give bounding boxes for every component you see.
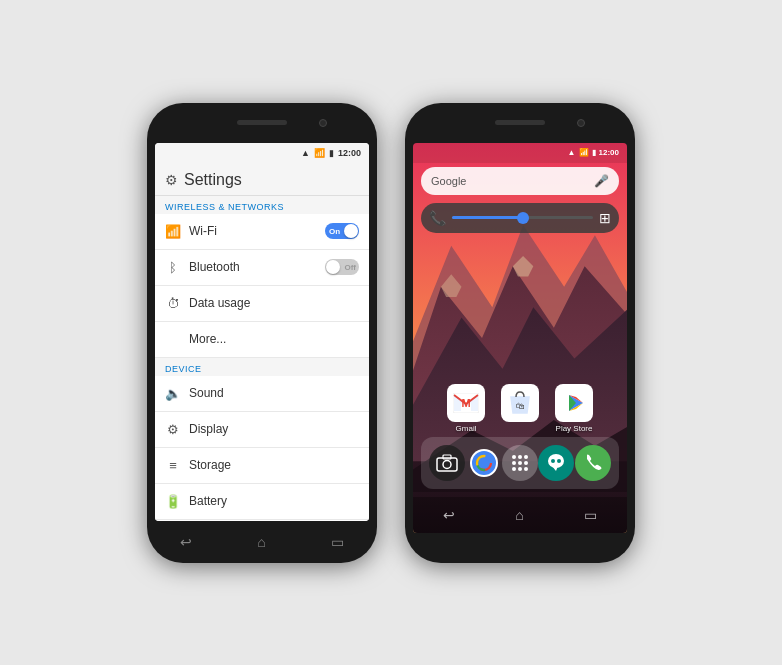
dock-phone[interactable] xyxy=(575,445,611,481)
nav-bar-right: ↩ ⌂ ▭ xyxy=(413,497,627,533)
app-row-top: M Gmail 🛍 xyxy=(413,380,627,437)
wifi-toggle-knob xyxy=(344,224,358,238)
dock xyxy=(421,437,619,489)
app-icons-area: M Gmail 🛍 xyxy=(413,237,627,497)
svg-point-38 xyxy=(557,459,561,463)
settings-item-battery[interactable]: 🔋 Battery xyxy=(155,484,369,520)
svg-point-37 xyxy=(551,459,555,463)
wifi-icon-right: 📶 xyxy=(579,148,589,157)
home-screen: ▲ 📶 ▮ 12:00 Google 🎤 📞 ⊞ xyxy=(413,143,627,533)
sound-icon: 🔈 xyxy=(165,386,181,401)
recents-btn-left[interactable]: ▭ xyxy=(331,534,344,550)
phone-top-right xyxy=(405,103,635,143)
volume-fill xyxy=(452,216,523,219)
bluetooth-toggle[interactable]: Off xyxy=(325,259,359,275)
svg-point-33 xyxy=(518,467,522,471)
settings-gear-icon: ⚙ xyxy=(165,172,178,188)
time-left: 12:00 xyxy=(338,148,361,158)
app-shop[interactable]: 🛍 xyxy=(501,384,539,433)
phone-left: ▲ 📶 ▮ 12:00 ⚙ Settings WIRELESS & NETWOR… xyxy=(147,103,377,563)
display-icon: ⚙ xyxy=(165,422,181,437)
dock-allapps[interactable] xyxy=(502,445,538,481)
wifi-icon: 📶 xyxy=(314,148,325,158)
recents-btn-right[interactable]: ▭ xyxy=(584,507,597,523)
settings-item-sound[interactable]: 🔈 Sound xyxy=(155,376,369,412)
svg-text:M: M xyxy=(461,397,470,409)
battery-setting-icon: 🔋 xyxy=(165,494,181,509)
svg-point-25 xyxy=(479,458,489,468)
svg-point-30 xyxy=(518,461,522,465)
shop-icon: 🛍 xyxy=(501,384,539,422)
speaker-right xyxy=(495,120,545,125)
dock-chrome[interactable] xyxy=(466,445,502,481)
bluetooth-icon: ᛒ xyxy=(165,260,181,275)
home-btn-right[interactable]: ⌂ xyxy=(515,507,523,523)
volume-phone-icon: 📞 xyxy=(429,210,446,226)
svg-point-31 xyxy=(524,461,528,465)
battery-label: Battery xyxy=(189,494,359,508)
settings-header: ⚙ Settings xyxy=(155,163,369,196)
svg-point-35 xyxy=(548,454,564,468)
play-label: Play Store xyxy=(556,424,593,433)
svg-point-27 xyxy=(518,455,522,459)
wifi-setting-icon: 📶 xyxy=(165,224,181,239)
google-text: Google xyxy=(431,175,466,187)
back-btn-right[interactable]: ↩ xyxy=(443,507,455,523)
volume-settings-icon[interactable]: ⊞ xyxy=(599,210,611,226)
settings-item-bluetooth[interactable]: ᛒ Bluetooth Off xyxy=(155,250,369,286)
svg-point-29 xyxy=(512,461,516,465)
camera-left xyxy=(319,119,327,127)
dock-hangouts[interactable] xyxy=(538,445,574,481)
section-wireless: WIRELESS & NETWORKS xyxy=(155,196,369,214)
google-search-bar[interactable]: Google 🎤 xyxy=(421,167,619,195)
phone-bottom-right xyxy=(405,533,635,563)
signal-icon-right: ▲ xyxy=(568,148,576,157)
status-bar-left: ▲ 📶 ▮ 12:00 xyxy=(155,143,369,163)
dock-camera[interactable] xyxy=(429,445,465,481)
bluetooth-label: Bluetooth xyxy=(189,260,317,274)
bluetooth-toggle-knob xyxy=(326,260,340,274)
battery-icon-right: ▮ xyxy=(592,148,596,157)
settings-list: WIRELESS & NETWORKS 📶 Wi-Fi On ᛒ Bluetoo… xyxy=(155,196,369,521)
wifi-label: Wi-Fi xyxy=(189,224,317,238)
battery-icon-left: ▮ xyxy=(329,148,334,158)
settings-item-more[interactable]: More... xyxy=(155,322,369,358)
svg-point-32 xyxy=(512,467,516,471)
signal-icon: ▲ xyxy=(301,148,310,158)
settings-item-storage[interactable]: ≡ Storage xyxy=(155,448,369,484)
app-gmail[interactable]: M Gmail xyxy=(447,384,485,433)
bluetooth-toggle-label: Off xyxy=(344,263,356,272)
status-bar-right: ▲ 📶 ▮ 12:00 xyxy=(413,143,627,163)
gmail-icon: M xyxy=(447,384,485,422)
settings-item-apps[interactable]: 📱 Apps xyxy=(155,520,369,521)
app-play[interactable]: Play Store xyxy=(555,384,593,433)
settings-item-display[interactable]: ⚙ Display xyxy=(155,412,369,448)
volume-track[interactable] xyxy=(452,216,593,219)
settings-item-data[interactable]: ⏱ Data usage xyxy=(155,286,369,322)
mic-icon[interactable]: 🎤 xyxy=(594,174,609,188)
phone-right: ▲ 📶 ▮ 12:00 Google 🎤 📞 ⊞ xyxy=(405,103,635,563)
storage-label: Storage xyxy=(189,458,359,472)
back-btn-left[interactable]: ↩ xyxy=(180,534,192,550)
settings-item-wifi[interactable]: 📶 Wi-Fi On xyxy=(155,214,369,250)
volume-thumb[interactable] xyxy=(517,212,529,224)
data-icon: ⏱ xyxy=(165,296,181,311)
phone-top-left xyxy=(147,103,377,143)
display-label: Display xyxy=(189,422,359,436)
data-label: Data usage xyxy=(189,296,359,310)
home-btn-left[interactable]: ⌂ xyxy=(257,534,265,550)
wifi-toggle[interactable]: On xyxy=(325,223,359,239)
svg-marker-36 xyxy=(552,466,558,471)
camera-right xyxy=(577,119,585,127)
wifi-toggle-label: On xyxy=(329,227,340,236)
settings-title: Settings xyxy=(184,171,242,189)
volume-slider-bar[interactable]: 📞 ⊞ xyxy=(421,203,619,233)
home-content: ▲ 📶 ▮ 12:00 Google 🎤 📞 ⊞ xyxy=(413,143,627,533)
speaker-left xyxy=(237,120,287,125)
nav-bar-left: ↩ ⌂ ▭ xyxy=(147,521,377,563)
section-device: DEVICE xyxy=(155,358,369,376)
svg-text:🛍: 🛍 xyxy=(516,401,525,411)
more-label: More... xyxy=(165,332,226,346)
storage-icon: ≡ xyxy=(165,458,181,473)
svg-point-18 xyxy=(443,460,451,468)
